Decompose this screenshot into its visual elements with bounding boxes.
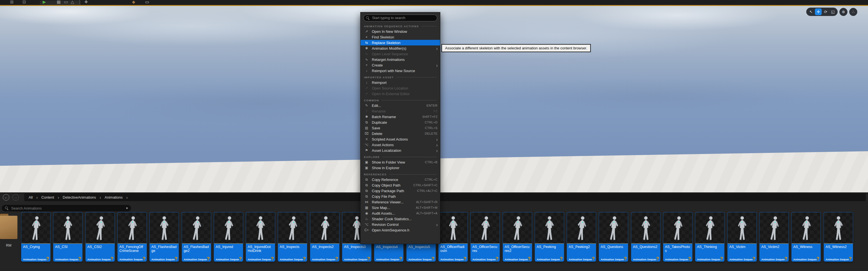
menu-item-batch-rename[interactable]: ✱Batch RenameSHIFT+F2: [361, 114, 440, 120]
shortcut-label: CTRL+B: [425, 161, 437, 164]
menu-item-copy-object-path[interactable]: ⧉Copy Object PathCTRL+SHIFT+C: [361, 182, 440, 188]
tile-bottom-row: Animation Sequence?: [440, 257, 466, 261]
menu-item-asset-actions[interactable]: ⌥Asset Actions›: [361, 142, 440, 147]
breadcrumb-item-animations[interactable]: Animations: [105, 195, 123, 199]
menu-item-open-in-new-window[interactable]: ↗Open In New Window: [361, 29, 440, 34]
toolbar-monitor-icon[interactable]: ▭: [64, 0, 68, 4]
menu-item-label: Size Map...: [372, 206, 390, 210]
breadcrumb-item-detectiveanimations[interactable]: DetectiveAnimations: [63, 195, 96, 199]
asset-tile-as_flashesbadge[interactable]: AS_FlashesBadgeAnimation Sequen...?: [150, 212, 179, 262]
asset-tile-as_csi[interactable]: AS_CSIAnimation Sequen...?: [53, 212, 82, 262]
menu-item-scripted-asset-actions[interactable]: ≡Scripted Asset Actions›: [361, 136, 440, 142]
asset-tile-as_witness2[interactable]: AS_Witness2Animation Sequen...?: [824, 212, 853, 262]
toolbar-kebab-icon[interactable]: ⋮: [78, 0, 82, 4]
save-icon: ▤: [364, 126, 369, 130]
size-map-icon: ▦: [364, 206, 369, 209]
asset-thumbnail: [792, 212, 820, 243]
asset-name: AS_Peeking: [537, 245, 562, 249]
breadcrumb-item-content[interactable]: Content: [41, 195, 54, 199]
folder-item-rm[interactable]: [0, 214, 18, 239]
asset-search-bar[interactable]: ▾: [1, 205, 131, 212]
asset-tile-as_injuredgothotdrink[interactable]: AS_InjuredGotHotDrinkAnimation Sequen...…: [246, 212, 275, 262]
move-tool[interactable]: ✛: [815, 8, 822, 15]
menu-item-copy-package-path[interactable]: ⧉Copy Package PathCTRL+ALT+C: [361, 188, 440, 194]
asset-tile-as_thinking[interactable]: AS_ThinkingAnimation Sequen...?: [695, 212, 724, 262]
breadcrumb-item-all[interactable]: All: [29, 195, 33, 199]
batch-rename-icon: ✱: [364, 115, 369, 118]
menu-item-shader-cook-statistics[interactable]: ♨Shader Cook Statistics...: [361, 216, 440, 222]
toolbar-grid-icon[interactable]: ▦: [57, 0, 61, 4]
forward-button[interactable]: →: [12, 194, 19, 201]
menu-item-reimport[interactable]: ↓Reimport: [361, 80, 440, 85]
asset-name: AS_Questions: [601, 245, 626, 249]
menu-item-asset-localization[interactable]: ⚑Asset Localization›: [361, 147, 440, 153]
menu-item-animation-modifier-s[interactable]: ✱Animation Modifier(s)›: [361, 45, 440, 51]
asset-name: AS_Thinking: [697, 245, 722, 249]
menu-item-copy-file-path[interactable]: ⧉Copy File Path: [361, 194, 440, 199]
menu-item-size-map[interactable]: ▦Size Map...ALT+SHIFT+M: [361, 205, 440, 210]
asset-tile-as_csi2[interactable]: AS_CSI2Animation Sequen...?: [86, 212, 115, 262]
back-button[interactable]: ←: [3, 194, 9, 201]
menu-item-open-animsequence-h[interactable]: C+Open AnimSequence.h: [361, 227, 440, 233]
menu-item-audit-assets[interactable]: ◉Audit Assets...ALT+SHIFT+A: [361, 210, 440, 216]
menu-search-input[interactable]: [372, 16, 434, 20]
asset-tile-as_inspects[interactable]: AS_InspectsAnimation Sequen...?: [278, 212, 307, 262]
menu-search-bar[interactable]: [363, 14, 437, 21]
asset-tile-as_fencingoffcrimescene[interactable]: AS_FencingOffCrimeSceneAnimation Sequenc…: [118, 212, 147, 262]
toolbar-icon-a[interactable]: ⊞: [10, 0, 14, 4]
asset-tile-as_questions[interactable]: AS_QuestionsAnimation Sequen...?: [599, 212, 628, 262]
menu-item-copy-reference[interactable]: ⧉Copy ReferenceCTRL+C: [361, 177, 440, 182]
asset-tile-as_officersecures2[interactable]: AS_OfficerSecures2Animation Sequen...?: [503, 212, 532, 262]
search-input[interactable]: [11, 206, 124, 211]
menu-item-replace-skeleton[interactable]: ⇆Replace Skeleton: [361, 40, 440, 45]
edit-icon: ✎: [364, 104, 369, 107]
menu-item-show-in-explorer[interactable]: ▣Show in Explorer: [361, 165, 440, 171]
asset-tile-as_peeking[interactable]: AS_PeekingAnimation Sequen...?: [535, 212, 564, 262]
asset-tile-as_witness[interactable]: AS_WitnessAnimation Sequence?: [792, 212, 820, 262]
toolbar-modes-icon[interactable]: ❖: [84, 0, 88, 4]
menu-item-show-in-folder-view[interactable]: ▣Show in Folder ViewCTRL+B: [361, 159, 440, 165]
folder-view-icon: ▣: [364, 160, 369, 164]
asset-tile-as_injured[interactable]: AS_InjuredAnimation Sequen...?: [214, 212, 243, 262]
asset-tile-as_crying[interactable]: AS_CryingAnimation Sequen...?: [21, 212, 50, 262]
menu-item-delete[interactable]: ⌧DeleteDELETE: [361, 131, 440, 136]
menu-item-revision-control[interactable]: ⌥Revision Control›: [361, 222, 440, 227]
scale-tool[interactable]: ◱: [830, 8, 836, 15]
asset-name: AS_FencingOffCrimeScene: [119, 245, 145, 253]
asset-tile-as_takesphotos[interactable]: AS_TakesPhotosAnimation Sequence?: [663, 212, 692, 262]
snap-toggle[interactable]: ∴: [849, 8, 857, 16]
asset-tile-as_peeking2[interactable]: AS_Peeking2Animation Sequence?: [567, 212, 596, 262]
asset-type-label: Animation Sequen...: [151, 258, 175, 261]
menu-item-create[interactable]: +Create›: [361, 62, 440, 68]
mannequin-figure: [317, 215, 333, 242]
asset-type-label: Animation Sequen...: [87, 258, 111, 261]
asset-tile-as_flashesbadge2[interactable]: AS_FlashesBadge2Animation Sequen...?: [182, 212, 211, 262]
asset-tile-as_inspects2[interactable]: AS_Inspects2Animation Sequen...?: [310, 212, 339, 262]
submenu-arrow-icon: ›: [436, 142, 437, 148]
toolbar-icon-g[interactable]: ▭: [145, 0, 149, 4]
asset-tile-as_officerradiosin[interactable]: AS_OfficerRadiosInAnimation Sequence?: [439, 212, 468, 262]
asset-cube-icon[interactable]: ◆: [132, 0, 135, 4]
toolbar-icon-b[interactable]: ⊟: [23, 0, 26, 4]
asset-tile-as_officersecures[interactable]: AS_OfficerSecuresAnimation Sequen...?: [471, 212, 500, 262]
chevron-down-icon[interactable]: ▾: [126, 206, 128, 210]
select-tool[interactable]: ↖: [808, 8, 814, 15]
asset-tile-as_victim2[interactable]: AS_Victim2Animation Sequen...?: [760, 212, 788, 262]
play-button[interactable]: ▶: [43, 0, 46, 4]
menu-item-retarget-animations[interactable]: ∿Retarget Animations: [361, 57, 440, 62]
asset-tile-as_questions2[interactable]: AS_Questions2Animation Sequen...?: [631, 212, 660, 262]
world-space-toggle[interactable]: ⊕: [839, 8, 847, 16]
menu-item-edit[interactable]: ✎Edit...ENTER: [361, 103, 440, 108]
asset-thumbnail: [727, 212, 756, 243]
shortcut-label: CTRL+C: [425, 178, 438, 181]
toolbar-platforms-icon[interactable]: △: [71, 0, 74, 4]
menu-item-save[interactable]: ▤SaveCTRL+S: [361, 125, 440, 131]
menu-item-find-skeleton[interactable]: ⌖Find Skeleton: [361, 34, 440, 40]
menu-item-duplicate[interactable]: ⧉DuplicateCTRL+D: [361, 120, 440, 125]
tile-label-area: AS_InjuredGotHotDrinkAnimation Sequen...…: [246, 244, 275, 262]
asset-tile-as_victim[interactable]: AS_VictimAnimation Sequen...?: [727, 212, 756, 262]
rotate-tool[interactable]: ⟳: [822, 8, 829, 15]
copy-icon: ⧉: [364, 183, 369, 187]
menu-item-reference-viewer[interactable]: ⋈Reference Viewer...ALT+SHIFT+R: [361, 199, 440, 205]
menu-item-reimport-with-new-source[interactable]: ↓Reimport with New Source: [361, 68, 440, 73]
